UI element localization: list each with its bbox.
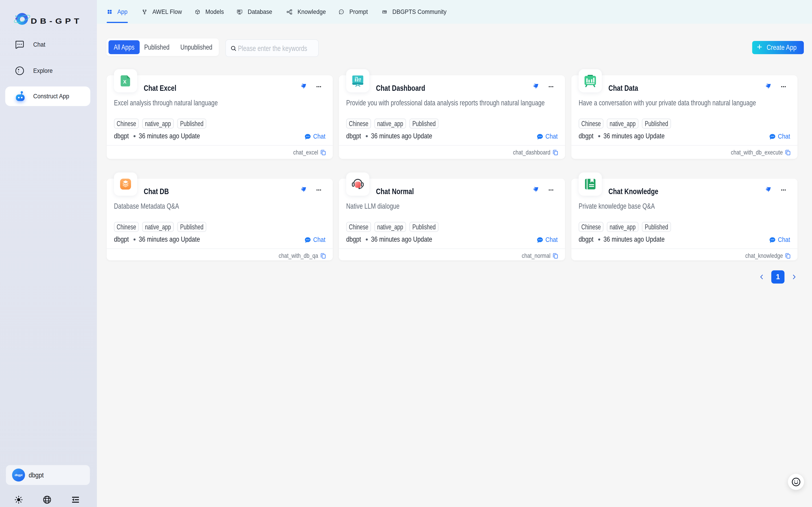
svg-text:SQL: SQL bbox=[238, 10, 240, 12]
svg-text:DB-GPT: DB-GPT bbox=[31, 17, 82, 25]
svg-text:X: X bbox=[123, 79, 126, 84]
